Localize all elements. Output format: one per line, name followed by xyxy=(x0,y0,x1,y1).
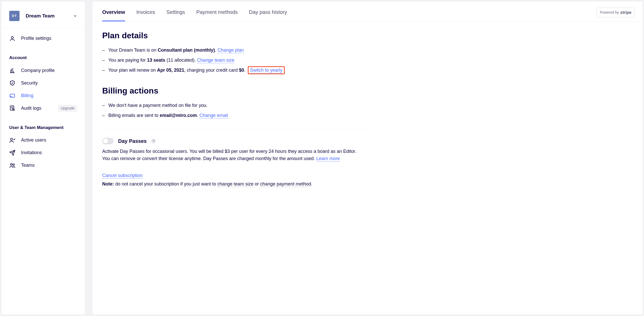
plan-line-2: – You are paying for 13 seats (11 alloca… xyxy=(102,57,365,64)
sidebar-item-invitations[interactable]: Invitations xyxy=(9,146,77,159)
svg-rect-1 xyxy=(10,94,15,97)
svg-point-9 xyxy=(11,163,12,165)
switch-to-yearly-link[interactable]: Switch to yearly xyxy=(250,68,282,73)
plan-line-3-dot: . xyxy=(244,68,247,73)
change-plan-link[interactable]: Change plan xyxy=(217,48,244,53)
person-icon xyxy=(9,35,15,42)
bullet-dash: – xyxy=(102,112,105,119)
send-icon xyxy=(9,150,15,156)
section-heading-account: Account xyxy=(9,51,77,64)
plan-line-3-amount: $0 xyxy=(239,68,244,73)
note-label: Note: xyxy=(102,181,114,187)
sidebar-item-label: Audit logs xyxy=(21,105,58,112)
change-team-size-link[interactable]: Change team size xyxy=(197,58,234,63)
day-passes-toggle[interactable] xyxy=(102,138,113,144)
billing-email: email@miro.com xyxy=(160,113,197,118)
svg-line-7 xyxy=(14,110,15,111)
sidebar-item-label: Invitations xyxy=(21,149,77,156)
plan-line-1: – Your Dream Team is on Consultant plan … xyxy=(102,47,365,54)
powered-by-stripe-badge: Powered by stripe xyxy=(596,8,635,17)
switch-to-yearly-highlight: Switch to yearly xyxy=(248,66,285,74)
bullet-dash: – xyxy=(102,102,105,109)
user-check-icon xyxy=(9,137,15,143)
plan-line-2-seats: 13 seats xyxy=(147,58,165,63)
change-payment-method-inline-link[interactable]: change payment method xyxy=(260,181,311,187)
sidebar-item-profile[interactable]: Profile settings xyxy=(9,32,77,45)
sidebar: DT Dream Team Profile settings Account C… xyxy=(2,2,85,314)
sidebar-item-label: Billing xyxy=(21,92,77,99)
billing-line-1-text: We don't have a payment method on file f… xyxy=(108,102,207,109)
card-icon xyxy=(9,92,15,99)
plan-line-2-prefix: You are paying for xyxy=(108,58,147,63)
note-dot: . xyxy=(311,181,312,187)
sidebar-item-audit-logs[interactable]: Audit logs Upgrade xyxy=(9,102,77,115)
divider xyxy=(102,129,365,129)
help-icon[interactable]: ? xyxy=(151,139,156,143)
plan-line-3-prefix: Your plan will renew on xyxy=(108,68,157,73)
sidebar-item-label: Security xyxy=(21,80,77,87)
plan-line-3-date: Apr 05, 2021 xyxy=(157,68,184,73)
sidebar-item-active-users[interactable]: Active users xyxy=(9,134,77,146)
sidebar-item-company-profile[interactable]: Company profile xyxy=(9,64,77,77)
powered-by-text: Powered by xyxy=(600,10,619,15)
main-panel: Overview Invoices Settings Payment metho… xyxy=(92,2,642,314)
tab-settings[interactable]: Settings xyxy=(166,8,185,21)
plan-line-1-plan: Consultant plan (monthly) xyxy=(158,48,215,53)
sidebar-item-label: Active users xyxy=(21,137,77,144)
team-switcher[interactable]: DT Dream Team xyxy=(2,7,85,27)
sidebar-item-label: Teams xyxy=(21,162,77,169)
stripe-logo: stripe xyxy=(620,9,631,16)
plan-line-3-mid: , charging your credit card xyxy=(184,68,239,73)
team-name: Dream Team xyxy=(26,12,73,20)
learn-more-link[interactable]: Learn more xyxy=(316,156,340,162)
svg-point-6 xyxy=(13,109,14,110)
plan-line-2-allocated: (11 allocated). xyxy=(165,58,197,63)
users-icon xyxy=(9,162,15,169)
sidebar-item-billing[interactable]: Billing xyxy=(9,89,77,102)
sidebar-item-label: Profile settings xyxy=(21,35,77,42)
cancel-subscription-link[interactable]: Cancel subscription xyxy=(102,173,143,179)
day-passes-header: Day Passes ? xyxy=(102,137,365,145)
team-avatar: DT xyxy=(9,11,20,21)
change-email-link[interactable]: Change email xyxy=(200,113,228,118)
note-or: or xyxy=(253,181,260,187)
plan-details-heading: Plan details xyxy=(102,29,365,42)
chevron-down-icon xyxy=(73,14,77,18)
tab-overview[interactable]: Overview xyxy=(102,8,125,21)
section-heading-user-mgmt: User & Team Management xyxy=(9,121,77,134)
sidebar-item-security[interactable]: Security xyxy=(9,77,77,89)
tab-payment-methods[interactable]: Payment methods xyxy=(196,8,238,21)
tab-day-pass-history[interactable]: Day pass history xyxy=(249,8,287,21)
billing-line-2-dot: . xyxy=(197,113,200,118)
upgrade-badge[interactable]: Upgrade xyxy=(58,105,77,112)
day-passes-desc-2: You can remove or convert their license … xyxy=(102,156,316,161)
note-prefix: do not cancel your subscription if you j… xyxy=(114,181,217,187)
sidebar-item-teams[interactable]: Teams xyxy=(9,159,77,172)
bullet-dash: – xyxy=(102,57,105,64)
billing-actions-heading: Billing actions xyxy=(102,85,365,97)
change-team-size-inline-link[interactable]: change team size xyxy=(217,181,253,187)
svg-point-10 xyxy=(13,164,14,165)
plan-line-1-suffix: . xyxy=(215,48,217,53)
svg-point-0 xyxy=(11,36,13,39)
billing-line-2-prefix: Billing emails are sent to xyxy=(108,113,160,118)
day-passes-title: Day Passes xyxy=(118,137,147,145)
billing-line-2: – Billing emails are sent to email@miro.… xyxy=(102,112,365,119)
bullet-dash: – xyxy=(102,67,105,74)
document-search-icon xyxy=(9,105,15,111)
svg-point-8 xyxy=(11,138,13,140)
toggle-knob xyxy=(103,138,108,144)
shield-check-icon xyxy=(9,80,15,86)
tab-invoices[interactable]: Invoices xyxy=(136,8,155,21)
tabs: Overview Invoices Settings Payment metho… xyxy=(92,6,642,22)
bullet-dash: – xyxy=(102,47,105,54)
billing-line-1: – We don't have a payment method on file… xyxy=(102,102,365,109)
sidebar-item-label: Company profile xyxy=(21,67,77,74)
day-passes-desc-1: Activate Day Passes for occasional users… xyxy=(102,148,365,155)
plan-line-1-prefix: Your Dream Team is on xyxy=(108,48,158,53)
plan-line-3: – Your plan will renew on Apr 05, 2021, … xyxy=(102,67,365,74)
building-chart-icon xyxy=(9,67,15,73)
